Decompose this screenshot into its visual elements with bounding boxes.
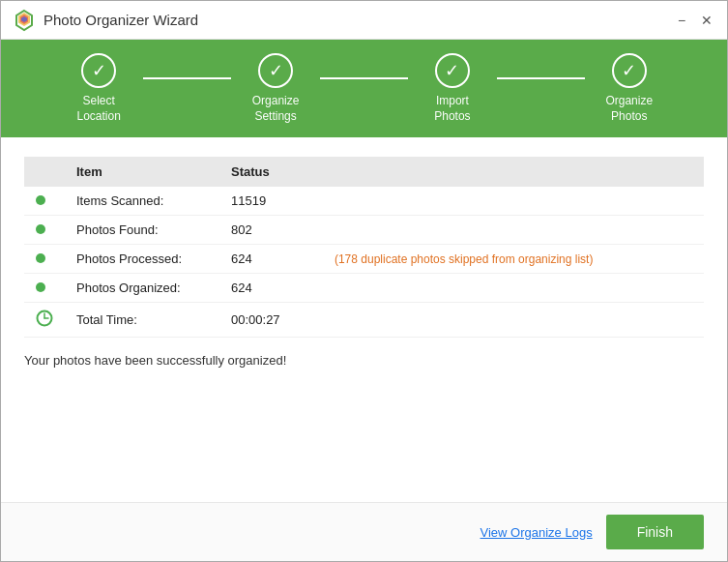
- note-items-scanned: [316, 187, 704, 216]
- minimize-button[interactable]: −: [673, 12, 690, 29]
- app-title: Photo Organizer Wizard: [44, 12, 198, 28]
- title-bar: Photo Organizer Wizard − ✕: [1, 1, 727, 40]
- step-organize-settings: ✓ OrganizeSettings: [231, 53, 319, 124]
- value-total-time: 00:00:27: [219, 303, 316, 338]
- value-photos-processed: 624: [219, 245, 316, 274]
- table-row: Photos Found: 802: [24, 216, 704, 245]
- value-photos-organized: 624: [219, 274, 316, 303]
- step-label-organize-photos: OrganizePhotos: [605, 94, 653, 124]
- row-icon-items-scanned: [24, 187, 65, 216]
- label-total-time: Total Time:: [65, 303, 219, 338]
- step-organize-photos: ✓ OrganizePhotos: [585, 53, 673, 124]
- row-icon-photos-organized: [24, 274, 65, 303]
- success-message: Your photos have been successfully organ…: [24, 353, 704, 368]
- step-label-import-photos: ImportPhotos: [434, 94, 470, 124]
- table-row: Photos Processed: 624 (178 duplicate pho…: [24, 245, 704, 274]
- step-circle-import-photos: ✓: [435, 53, 470, 88]
- dot-icon: [36, 195, 45, 205]
- col-icon-header: [24, 157, 65, 187]
- step-import-photos: ✓ ImportPhotos: [408, 53, 496, 124]
- step-line-2: [320, 77, 408, 79]
- step-line-1: [143, 77, 231, 79]
- note-total-time: [316, 303, 704, 338]
- finish-button[interactable]: Finish: [606, 515, 704, 549]
- col-item-header: Item: [65, 157, 219, 187]
- title-bar-left: Photo Organizer Wizard: [13, 9, 198, 32]
- results-table: Item Status Items Scanned: 11519: [24, 157, 704, 338]
- wizard-header: ✓ SelectLocation ✓ OrganizeSettings ✓ Im…: [1, 40, 727, 137]
- step-circle-organize-photos: ✓: [612, 53, 647, 88]
- app-icon: [13, 9, 36, 32]
- value-photos-found: 802: [219, 216, 316, 245]
- label-photos-processed: Photos Processed:: [65, 245, 219, 274]
- label-photos-organized: Photos Organized:: [65, 274, 219, 303]
- step-label-organize-settings: OrganizeSettings: [252, 94, 300, 124]
- step-label-select-location: SelectLocation: [77, 94, 121, 124]
- note-photos-organized: [316, 274, 704, 303]
- dot-icon: [36, 282, 45, 292]
- footer: View Organize Logs Finish: [1, 502, 727, 561]
- content-area: Item Status Items Scanned: 11519: [1, 137, 727, 502]
- step-circle-select-location: ✓: [81, 53, 116, 88]
- row-icon-photos-found: [24, 216, 65, 245]
- note-photos-found: [316, 216, 704, 245]
- row-icon-total-time: [24, 303, 65, 338]
- col-note-header: [316, 157, 704, 187]
- row-icon-photos-processed: [24, 245, 65, 274]
- value-items-scanned: 11519: [219, 187, 316, 216]
- steps-container: ✓ SelectLocation ✓ OrganizeSettings ✓ Im…: [55, 53, 674, 124]
- table-row: Total Time: 00:00:27: [24, 303, 704, 338]
- label-items-scanned: Items Scanned:: [65, 187, 219, 216]
- step-select-location: ✓ SelectLocation: [55, 53, 143, 124]
- note-photos-processed: (178 duplicate photos skipped from organ…: [316, 245, 704, 274]
- table-row: Photos Organized: 624: [24, 274, 704, 303]
- label-photos-found: Photos Found:: [65, 216, 219, 245]
- step-circle-organize-settings: ✓: [258, 53, 293, 88]
- dot-icon: [36, 253, 45, 263]
- step-line-3: [497, 77, 585, 79]
- view-logs-button[interactable]: View Organize Logs: [480, 525, 593, 540]
- dot-icon: [36, 224, 45, 234]
- title-bar-controls: − ✕: [673, 12, 715, 29]
- main-window: Photo Organizer Wizard − ✕ ✓ SelectLocat…: [0, 0, 728, 562]
- clock-icon: [36, 310, 53, 327]
- col-status-header: Status: [219, 157, 316, 187]
- close-button[interactable]: ✕: [698, 12, 715, 29]
- table-row: Items Scanned: 11519: [24, 187, 704, 216]
